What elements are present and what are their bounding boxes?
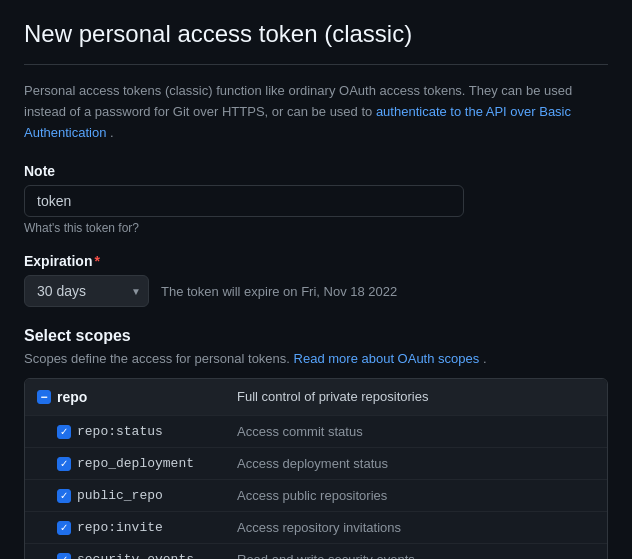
oauth-scopes-link[interactable]: Read more about OAuth scopes [294, 351, 480, 366]
checkbox-repo[interactable] [37, 390, 51, 404]
scope-row-security-events: security_events Read and write security … [25, 544, 607, 559]
note-hint: What's this token for? [24, 221, 608, 235]
note-input[interactable] [24, 185, 464, 217]
scope-left-public-repo: public_repo [37, 488, 237, 503]
scope-description-repo-status: Access commit status [237, 424, 595, 439]
scope-name-repo-invite: repo:invite [77, 520, 163, 535]
scope-row-repo-invite: repo:invite Access repository invitation… [25, 512, 607, 544]
scope-row-repo-deployment: repo_deployment Access deployment status [25, 448, 607, 480]
scope-row-public-repo: public_repo Access public repositories [25, 480, 607, 512]
page-description: Personal access tokens (classic) functio… [24, 81, 608, 143]
scope-left-repo-deployment: repo_deployment [37, 456, 237, 471]
scope-left-repo: repo [37, 389, 237, 405]
scope-name-repo: repo [57, 389, 87, 405]
scopes-section: Select scopes Scopes define the access f… [24, 327, 608, 559]
note-section: Note What's this token for? [24, 163, 608, 235]
expiration-section: Expiration* 7 days 30 days 60 days 90 da… [24, 253, 608, 307]
expiration-note: The token will expire on Fri, Nov 18 202… [161, 284, 397, 299]
note-label: Note [24, 163, 608, 179]
scope-name-public-repo: public_repo [77, 488, 163, 503]
checkbox-security-events[interactable] [57, 553, 71, 559]
scopes-title: Select scopes [24, 327, 608, 345]
scope-row-repo: repo Full control of private repositorie… [25, 379, 607, 416]
scope-left-repo-invite: repo:invite [37, 520, 237, 535]
required-indicator: * [94, 253, 99, 269]
scopes-description: Scopes define the access for personal to… [24, 351, 608, 366]
expiration-select[interactable]: 7 days 30 days 60 days 90 days Custom No… [24, 275, 149, 307]
scope-left-security-events: security_events [37, 552, 237, 559]
page-title: New personal access token (classic) [24, 20, 608, 65]
expiration-label: Expiration* [24, 253, 608, 269]
scope-name-repo-deployment: repo_deployment [77, 456, 194, 471]
scope-description-security-events: Read and write security events [237, 552, 595, 559]
scope-row-repo-status: repo:status Access commit status [25, 416, 607, 448]
scope-name-security-events: security_events [77, 552, 194, 559]
scope-description-repo-deployment: Access deployment status [237, 456, 595, 471]
checkbox-repo-status[interactable] [57, 425, 71, 439]
expiration-row: 7 days 30 days 60 days 90 days Custom No… [24, 275, 608, 307]
scope-name-repo-status: repo:status [77, 424, 163, 439]
checkbox-public-repo[interactable] [57, 489, 71, 503]
scopes-table: repo Full control of private repositorie… [24, 378, 608, 559]
checkbox-repo-invite[interactable] [57, 521, 71, 535]
checkbox-repo-deployment[interactable] [57, 457, 71, 471]
expiration-select-wrapper: 7 days 30 days 60 days 90 days Custom No… [24, 275, 149, 307]
scope-description-repo: Full control of private repositories [237, 389, 595, 404]
scope-description-repo-invite: Access repository invitations [237, 520, 595, 535]
scope-description-public-repo: Access public repositories [237, 488, 595, 503]
scope-left-repo-status: repo:status [37, 424, 237, 439]
